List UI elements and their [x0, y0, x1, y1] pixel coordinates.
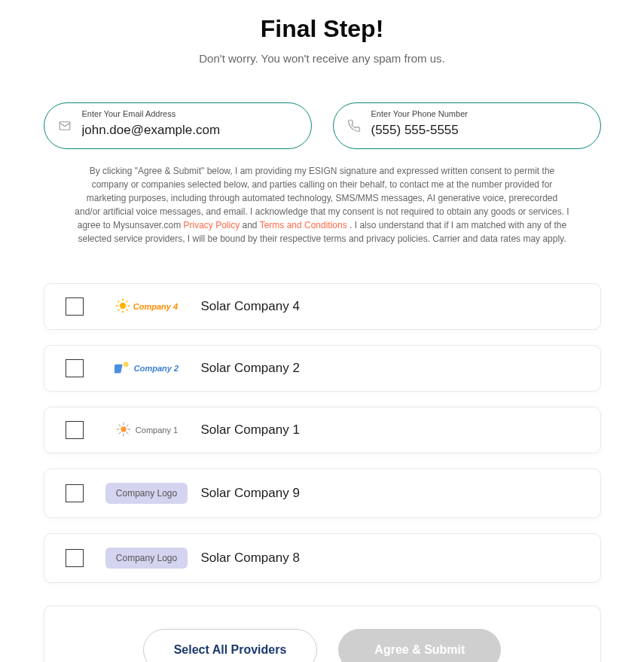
- logo-text: Company 2: [134, 364, 179, 373]
- logo-placeholder: Company Logo: [105, 548, 188, 569]
- company-list: Company 4Solar Company 4Company 2Solar C…: [44, 283, 601, 583]
- select-all-button[interactable]: Select All Providers: [143, 629, 318, 662]
- company-checkbox[interactable]: [66, 549, 84, 567]
- svg-point-1: [120, 303, 126, 309]
- svg-line-18: [127, 432, 129, 435]
- company-item: Company LogoSolar Company 9: [44, 468, 601, 518]
- svg-line-9: [127, 301, 128, 303]
- sun-icon: [114, 360, 131, 377]
- logo-graphic: Company 2: [114, 360, 179, 377]
- logo-text: Company 1: [136, 426, 178, 435]
- svg-rect-11: [114, 365, 123, 374]
- company-checkbox[interactable]: [66, 484, 84, 502]
- logo-placeholder: Company Logo: [105, 483, 188, 504]
- company-name: Solar Company 4: [201, 299, 300, 314]
- sun-icon: [115, 421, 132, 439]
- company-checkbox[interactable]: [66, 359, 84, 377]
- company-item: Company LogoSolar Company 8: [44, 533, 601, 583]
- company-name: Solar Company 9: [201, 486, 300, 501]
- logo-text: Company 4: [133, 302, 178, 311]
- company-logo: Company Logo: [102, 548, 192, 569]
- svg-line-8: [118, 310, 119, 311]
- phone-icon: [347, 119, 361, 133]
- sun-icon: [115, 298, 130, 315]
- svg-point-12: [121, 426, 126, 432]
- legal-text: By clicking "Agree & Submit" below, I am…: [66, 164, 578, 246]
- terms-link[interactable]: Terms and Conditions: [260, 220, 347, 230]
- company-logo: Company Logo: [102, 483, 192, 504]
- company-item: Company 4Solar Company 4: [44, 283, 601, 330]
- company-logo: Company 1: [102, 421, 192, 439]
- svg-line-19: [118, 432, 121, 435]
- company-item: Company 2Solar Company 2: [44, 345, 601, 392]
- email-field-wrapper[interactable]: Enter Your Email Address: [44, 102, 312, 149]
- svg-line-5: [127, 310, 128, 311]
- company-logo: Company 4: [102, 298, 192, 315]
- privacy-policy-link[interactable]: Privacy Policy: [183, 220, 240, 230]
- svg-line-20: [127, 425, 129, 427]
- svg-line-4: [118, 301, 119, 303]
- phone-label: Enter Your Phone Number: [371, 109, 468, 118]
- company-name: Solar Company 8: [201, 551, 300, 566]
- email-label: Enter Your Email Address: [82, 109, 176, 118]
- svg-line-17: [118, 425, 121, 427]
- logo-graphic: Company 4: [115, 298, 178, 315]
- svg-point-10: [124, 362, 129, 367]
- company-checkbox[interactable]: [66, 297, 84, 316]
- company-checkbox[interactable]: [66, 421, 84, 439]
- page-subtitle: Don't worry. You won't receive any spam …: [44, 52, 601, 65]
- company-logo: Company 2: [102, 360, 192, 377]
- phone-field-wrapper[interactable]: Enter Your Phone Number: [333, 102, 601, 149]
- company-item: Company 1Solar Company 1: [44, 407, 601, 453]
- actions-bar: Select All Providers Agree & Submit: [44, 606, 601, 662]
- logo-graphic: Company 1: [115, 421, 178, 439]
- email-icon: [58, 119, 72, 133]
- agree-submit-button[interactable]: Agree & Submit: [338, 629, 501, 662]
- legal-and: and: [243, 220, 260, 230]
- page-title: Final Step!: [44, 15, 601, 43]
- company-name: Solar Company 1: [201, 423, 300, 438]
- company-name: Solar Company 2: [201, 361, 300, 376]
- svg-rect-0: [60, 122, 70, 130]
